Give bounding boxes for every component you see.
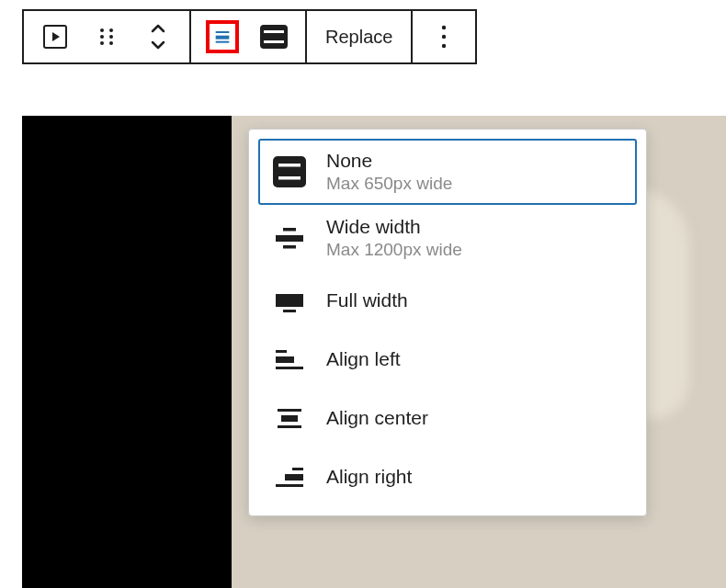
svg-rect-17 bbox=[278, 164, 301, 167]
alignment-dropdown: None Max 650px wide Wide width Max 1200p… bbox=[248, 129, 647, 516]
svg-rect-23 bbox=[283, 310, 296, 312]
toolbar-group-block bbox=[24, 11, 191, 62]
svg-point-6 bbox=[109, 41, 113, 45]
svg-point-2 bbox=[109, 28, 113, 32]
svg-rect-21 bbox=[283, 245, 296, 249]
toolbar-group-more bbox=[413, 11, 475, 62]
align-option-center[interactable]: Align center bbox=[258, 389, 637, 447]
align-none-icon[interactable] bbox=[257, 20, 290, 53]
svg-rect-25 bbox=[276, 356, 294, 363]
toolbar-group-align bbox=[191, 11, 307, 62]
menu-item-subtitle: Max 650px wide bbox=[326, 174, 452, 194]
svg-rect-16 bbox=[273, 156, 306, 187]
svg-rect-24 bbox=[276, 350, 287, 353]
svg-rect-28 bbox=[281, 415, 298, 422]
svg-point-14 bbox=[442, 35, 446, 39]
svg-rect-7 bbox=[216, 31, 230, 33]
align-option-none[interactable]: None Max 650px wide bbox=[258, 139, 637, 205]
block-toolbar: Replace bbox=[22, 9, 477, 64]
toolbar-group-replace: Replace bbox=[307, 11, 413, 62]
svg-point-1 bbox=[100, 28, 104, 32]
svg-point-15 bbox=[442, 44, 446, 48]
svg-rect-12 bbox=[264, 40, 284, 43]
align-option-wide[interactable]: Wide width Max 1200px wide bbox=[258, 205, 637, 271]
svg-rect-22 bbox=[276, 294, 303, 307]
svg-point-13 bbox=[442, 26, 446, 29]
svg-rect-32 bbox=[276, 484, 303, 487]
block-type-video-icon[interactable] bbox=[39, 20, 72, 53]
align-none-icon bbox=[271, 153, 308, 190]
video-letterbox bbox=[22, 116, 232, 588]
menu-item-title: None bbox=[326, 150, 452, 172]
menu-item-subtitle: Max 1200px wide bbox=[326, 240, 462, 260]
align-right-icon bbox=[271, 458, 308, 495]
svg-rect-18 bbox=[278, 176, 301, 180]
svg-rect-10 bbox=[260, 25, 288, 49]
align-option-left[interactable]: Align left bbox=[258, 330, 637, 389]
svg-rect-29 bbox=[278, 425, 301, 428]
svg-point-5 bbox=[100, 41, 104, 45]
svg-rect-20 bbox=[276, 235, 303, 242]
align-center-icon bbox=[271, 400, 308, 436]
align-wide-icon bbox=[271, 220, 308, 256]
replace-button[interactable]: Replace bbox=[322, 27, 396, 48]
svg-rect-8 bbox=[216, 36, 230, 40]
svg-rect-9 bbox=[216, 41, 230, 43]
move-up-down-icon[interactable] bbox=[142, 20, 175, 53]
svg-rect-26 bbox=[276, 367, 303, 369]
align-option-full[interactable]: Full width bbox=[258, 271, 637, 330]
svg-point-4 bbox=[109, 35, 113, 39]
menu-item-title: Wide width bbox=[326, 216, 462, 238]
change-alignment-button[interactable] bbox=[206, 20, 239, 53]
svg-rect-27 bbox=[278, 409, 301, 412]
svg-point-3 bbox=[100, 35, 104, 39]
menu-item-title: Align center bbox=[326, 407, 428, 429]
align-option-right[interactable]: Align right bbox=[258, 447, 637, 506]
drag-handle-icon[interactable] bbox=[90, 20, 123, 53]
align-left-icon bbox=[271, 341, 308, 378]
menu-item-title: Align left bbox=[326, 348, 401, 370]
menu-item-title: Full width bbox=[326, 289, 408, 311]
svg-rect-19 bbox=[283, 228, 296, 232]
align-full-icon bbox=[271, 282, 308, 319]
menu-item-title: Align right bbox=[326, 466, 412, 488]
svg-rect-30 bbox=[292, 468, 303, 470]
svg-rect-11 bbox=[264, 30, 284, 33]
more-options-icon[interactable] bbox=[427, 20, 460, 53]
svg-rect-31 bbox=[285, 474, 303, 481]
